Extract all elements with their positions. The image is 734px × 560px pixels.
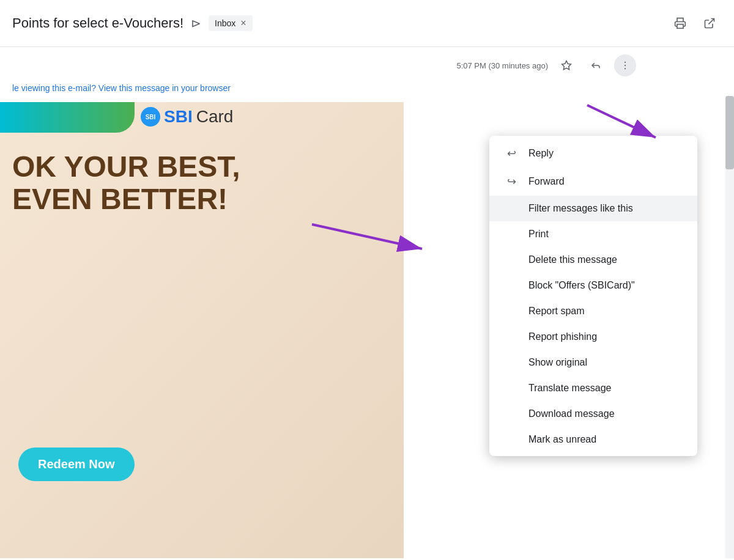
forward-icon: ⊳ — [191, 16, 201, 31]
star-button[interactable] — [555, 54, 577, 76]
menu-item-block[interactable]: Block "Offers (SBICard)" — [489, 273, 697, 298]
sbi-logo-text: SBI — [164, 107, 193, 127]
reply-button-meta[interactable] — [585, 54, 607, 76]
filter-label: Filter messages like this — [528, 203, 683, 214]
menu-item-forward[interactable]: ↪Forward — [489, 168, 697, 196]
download-label: Download message — [528, 408, 683, 419]
spam-label: Report spam — [528, 306, 683, 317]
reply-label: Reply — [528, 148, 683, 159]
sbi-card-area: SBI SBI Card OK YOUR BEST, EVEN BETTER! … — [0, 102, 404, 558]
view-in-browser-link[interactable]: le viewing this e-mail? View this messag… — [12, 83, 231, 93]
menu-item-spam[interactable]: Report spam — [489, 298, 697, 324]
sbi-headline-line1: OK YOUR BEST, — [12, 151, 240, 183]
context-menu: ↩Reply↪ForwardFilter messages like thisP… — [489, 136, 697, 456]
delete-label: Delete this message — [528, 254, 683, 265]
email-content-preview: le viewing this e-mail? View this messag… — [0, 76, 734, 100]
menu-item-unread[interactable]: Mark as unread — [489, 427, 697, 452]
svg-point-4 — [625, 65, 626, 66]
sbi-top-stripe — [0, 102, 135, 133]
block-label: Block "Offers (SBICard)" — [528, 280, 683, 291]
inbox-badge: Inbox × — [209, 15, 253, 31]
sbi-headline-line2: EVEN BETTER! — [12, 183, 240, 216]
more-options-button[interactable] — [614, 54, 636, 76]
reply-icon: ↩ — [504, 147, 519, 160]
menu-item-print[interactable]: Print — [489, 221, 697, 247]
forward-label: Forward — [528, 176, 683, 187]
svg-line-8 — [587, 105, 656, 138]
forward-icon: ↪ — [504, 175, 519, 188]
original-label: Show original — [528, 357, 683, 368]
header-actions — [668, 11, 722, 35]
inbox-badge-label: Inbox — [215, 18, 235, 28]
email-header: Points for select e-Vouchers! ⊳ Inbox × — [0, 0, 734, 47]
menu-item-download[interactable]: Download message — [489, 401, 697, 427]
svg-point-3 — [625, 62, 626, 63]
unread-label: Mark as unread — [528, 434, 683, 445]
scrollbar-thumb[interactable] — [725, 96, 734, 169]
translate-label: Translate message — [528, 383, 683, 394]
open-external-button[interactable] — [697, 11, 722, 35]
sbi-card-text: Card — [196, 107, 234, 127]
sbi-logo-circle: SBI — [141, 107, 160, 127]
email-body: SBI SBI Card OK YOUR BEST, EVEN BETTER! … — [0, 47, 734, 558]
svg-rect-0 — [677, 24, 683, 29]
svg-line-1 — [708, 19, 714, 24]
menu-item-translate[interactable]: Translate message — [489, 375, 697, 401]
message-time: 5:07 PM (30 minutes ago) — [456, 61, 548, 70]
inbox-badge-close[interactable]: × — [240, 18, 246, 29]
sbi-main-text: OK YOUR BEST, EVEN BETTER! — [0, 151, 253, 216]
message-meta: 5:07 PM (30 minutes ago) — [0, 47, 734, 76]
menu-item-delete[interactable]: Delete this message — [489, 247, 697, 273]
svg-point-5 — [625, 68, 626, 69]
redeem-now-button[interactable]: Redeem Now — [18, 448, 135, 481]
svg-marker-2 — [562, 61, 571, 70]
scrollbar-track — [725, 96, 734, 558]
sbi-logo-area: SBI SBI Card — [141, 107, 233, 127]
menu-item-original[interactable]: Show original — [489, 350, 697, 375]
phishing-label: Report phishing — [528, 331, 683, 342]
menu-item-reply[interactable]: ↩Reply — [489, 139, 697, 168]
menu-item-filter[interactable]: Filter messages like this — [489, 196, 697, 221]
menu-item-phishing[interactable]: Report phishing — [489, 324, 697, 350]
email-title: Points for select e-Vouchers! — [12, 15, 184, 31]
print-button[interactable] — [668, 11, 692, 35]
print-label: Print — [528, 229, 683, 240]
